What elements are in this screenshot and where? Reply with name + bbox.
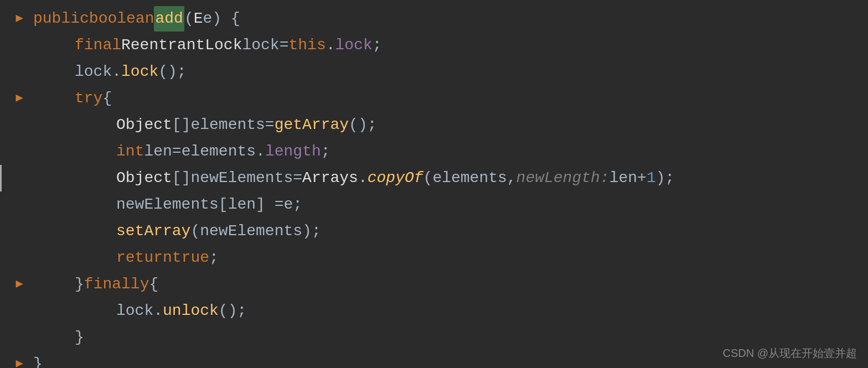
keyword-public: public: [33, 6, 89, 32]
bookmark-1: ▶: [16, 9, 23, 29]
gutter-11: ▶: [11, 274, 28, 294]
bracket-open-1: [: [219, 192, 228, 217]
semicolon-3: ;: [321, 139, 330, 164]
keyword-final: final: [75, 33, 121, 58]
code-line-7: Object [] newElements = Arrays . copyOf …: [0, 165, 868, 191]
array-bracket-2: []: [172, 165, 191, 191]
var-lock-3: lock: [116, 298, 153, 324]
line-content-2: final ReentrantLock lock = this . lock ;: [75, 33, 382, 58]
code-line-12: lock . unlock ();: [0, 298, 868, 324]
equals-2: =: [265, 112, 275, 138]
var-elements-2: elements: [182, 139, 256, 164]
comma-1: ,: [507, 165, 516, 191]
code-line-10: return true ;: [0, 245, 868, 271]
equals-1: =: [280, 33, 289, 58]
line-content-5: Object [] elements = getArray ();: [116, 112, 377, 138]
var-elements: elements: [190, 112, 265, 138]
line-content-9: setArray ( newElements );: [116, 219, 321, 244]
brace-open-try: {: [102, 86, 112, 111]
literal-true: true: [172, 245, 209, 271]
line-content-8: newElements [ len ] = e ;: [116, 192, 302, 217]
code-line-8: newElements [ len ] = e ;: [0, 191, 868, 218]
var-lock-2: lock: [75, 59, 112, 85]
field-length: length: [265, 139, 321, 164]
class-Arrays: Arrays: [302, 165, 358, 191]
keyword-int: int: [116, 139, 144, 164]
var-newElements: newElements: [190, 165, 293, 191]
dot-3: .: [256, 139, 265, 164]
param-e: e: [203, 6, 213, 32]
code-editor: ▶ public boolean add ( E e ) { final Ree…: [0, 0, 868, 368]
code-line-5: Object [] elements = getArray ();: [0, 112, 868, 138]
keyword-finally: finally: [84, 272, 149, 297]
line-cursor-indicator: [0, 165, 2, 191]
code-line-6: int len = elements . length ;: [0, 138, 868, 165]
call-lock: ();: [158, 59, 186, 85]
method-getArray: getArray: [275, 112, 349, 138]
dot-4: .: [358, 165, 368, 191]
line-content-14: }: [33, 351, 43, 368]
keyword-this: this: [288, 33, 326, 58]
semicolon-5: ;: [209, 245, 219, 271]
brace-close-try: }: [75, 272, 84, 297]
type-Object-1: Object: [116, 112, 172, 138]
method-setArray: setArray: [116, 219, 190, 244]
method-add-highlighted: add: [154, 6, 184, 32]
code-line-2: final ReentrantLock lock = this . lock ;: [0, 32, 868, 59]
line-content-4: try {: [75, 86, 112, 111]
gutter-4: ▶: [11, 89, 28, 108]
paren-open-setArray: (: [190, 219, 200, 244]
plus-1: +: [637, 165, 647, 191]
line-content-12: lock . unlock ();: [116, 298, 246, 324]
line-content-11: } finally {: [75, 272, 158, 297]
call-getArray: ();: [349, 112, 376, 138]
type-Object-2: Object: [116, 165, 172, 191]
keyword-return: return: [116, 245, 172, 271]
call-unlock: ();: [219, 298, 246, 324]
index-len: len: [228, 192, 256, 217]
keyword-boolean: boolean: [89, 6, 154, 32]
keyword-try: try: [75, 86, 102, 111]
method-copyOf: copyOf: [368, 165, 423, 191]
bookmark-14: ▶: [16, 354, 23, 368]
bookmark-11: ▶: [16, 274, 23, 294]
watermark: CSDN @从现在开始壹并超: [722, 344, 857, 362]
array-bracket-1: []: [172, 112, 191, 138]
var-e: e: [284, 192, 293, 217]
paren-open-1: (: [184, 6, 194, 32]
arg-elements: elements: [432, 165, 507, 191]
type-E: E: [194, 6, 203, 32]
field-lock: lock: [335, 33, 373, 58]
line-content-10: return true ;: [116, 245, 219, 271]
method-lock: lock: [121, 59, 158, 85]
semicolon-4: ;: [293, 192, 302, 217]
code-line-3: lock . lock ();: [0, 59, 868, 85]
bookmark-4: ▶: [16, 89, 23, 108]
equals-4: =: [293, 165, 302, 191]
line-content-7: Object [] newElements = Arrays . copyOf …: [116, 165, 674, 191]
equals-3: =: [172, 139, 182, 164]
paren-open-copyOf: (: [423, 165, 433, 191]
bracket-close-1: ] =: [256, 192, 283, 217]
arg-newElements: newElements: [200, 219, 302, 244]
dot-5: .: [153, 298, 163, 324]
paren-close-setArray: );: [302, 219, 321, 244]
dot-1: .: [326, 33, 335, 58]
brace-close-finally: }: [75, 325, 84, 350]
literal-1: 1: [647, 165, 656, 191]
code-line-9: setArray ( newElements );: [0, 218, 868, 245]
line-content-1: public boolean add ( E e ) {: [33, 6, 240, 32]
var-newElements-2: newElements: [116, 192, 219, 217]
paren-close-1: ) {: [212, 6, 240, 32]
code-line-1: ▶ public boolean add ( E e ) {: [0, 6, 868, 32]
line-content-3: lock . lock ();: [75, 59, 187, 85]
param-hint-newLength: newLength:: [516, 165, 609, 191]
arg-len: len: [609, 165, 637, 191]
var-lock: lock: [242, 33, 279, 58]
semicolon-1: ;: [373, 33, 382, 58]
code-line-11: ▶ } finally {: [0, 271, 868, 298]
brace-open-finally: {: [149, 272, 158, 297]
dot-2: .: [112, 59, 121, 85]
line-content-13: }: [75, 325, 84, 350]
method-unlock: unlock: [163, 298, 219, 324]
